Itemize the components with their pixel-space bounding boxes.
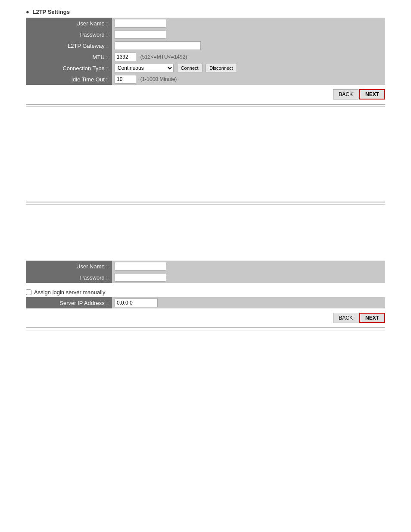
divider-3 (26, 202, 385, 202)
table-row: L2TP Gateway : (26, 40, 385, 51)
server-ip-label: Server IP Address : (26, 297, 112, 308)
section2-table: User Name : Password : (26, 261, 385, 283)
l2tp-password-input[interactable] (115, 30, 166, 39)
s2-password-value-cell (112, 272, 385, 283)
blank-area-2 (26, 209, 385, 261)
s2-next-button[interactable]: NEXT (359, 313, 385, 323)
idle-hint: (1-1000 Minute) (140, 76, 177, 82)
table-row: Password : (26, 272, 385, 283)
l2tp-table: User Name : Password : L2TP Gateway : MT… (26, 18, 385, 85)
l2tp-gateway-input[interactable] (115, 41, 201, 50)
assign-server-checkbox[interactable] (26, 289, 31, 295)
assign-row: Assign login server manually (26, 287, 385, 297)
divider-4 (26, 204, 385, 205)
l2tp-username-input[interactable] (115, 19, 166, 28)
assign-server-label: Assign login server manually (34, 289, 105, 296)
table-row: Password : (26, 29, 385, 40)
password-value-cell (112, 29, 385, 40)
table-row: User Name : (26, 261, 385, 272)
blank-area-1 (26, 111, 385, 197)
username-label: User Name : (26, 18, 112, 29)
table-row: Server IP Address : (26, 297, 385, 308)
table-row: Connection Type : Continuous Connect on … (26, 62, 385, 74)
connection-type-label: Connection Type : (26, 62, 112, 74)
connect-button[interactable]: Connect (177, 64, 202, 72)
disconnect-button[interactable]: Disconnect (206, 64, 237, 72)
s2-back-button[interactable]: BACK (333, 313, 358, 323)
idle-timeout-label: Idle Time Out : (26, 74, 112, 85)
password-label: Password : (26, 29, 112, 40)
gateway-label: L2TP Gateway : (26, 40, 112, 51)
s2-password-input[interactable] (115, 273, 166, 282)
connection-type-value-cell: Continuous Connect on Demand Manual Conn… (112, 62, 385, 74)
l2tp-section: ● L2TP Settings User Name : Password : L… (26, 9, 385, 100)
l2tp-back-button[interactable]: BACK (333, 89, 358, 100)
idle-timeout-value-cell: (1-1000 Minute) (112, 74, 385, 85)
divider-2 (26, 106, 385, 107)
gateway-value-cell (112, 40, 385, 51)
table-row: Idle Time Out : (1-1000 Minute) (26, 74, 385, 85)
section2: User Name : Password : Assign login serv… (26, 261, 385, 323)
l2tp-idle-input[interactable] (115, 75, 136, 84)
page-wrapper: ● L2TP Settings User Name : Password : L… (0, 0, 411, 343)
s2-password-label: Password : (26, 272, 112, 283)
table-row: MTU : (512<=MTU<=1492) (26, 51, 385, 62)
divider-1 (26, 104, 385, 105)
divider-6 (26, 330, 385, 330)
l2tp-mtu-input[interactable] (115, 53, 136, 61)
s2-username-input[interactable] (115, 262, 166, 271)
l2tp-section-label: ● L2TP Settings (26, 9, 385, 15)
s2-username-label: User Name : (26, 261, 112, 272)
table-row: User Name : (26, 18, 385, 29)
mtu-label: MTU : (26, 51, 112, 62)
s2-username-value-cell (112, 261, 385, 272)
server-ip-value-cell (112, 297, 385, 308)
server-ip-input[interactable] (115, 299, 158, 307)
section2-button-row: BACK NEXT (26, 313, 385, 323)
l2tp-next-button[interactable]: NEXT (359, 89, 385, 100)
l2tp-button-row: BACK NEXT (26, 89, 385, 100)
server-ip-table: Server IP Address : (26, 297, 385, 308)
divider-5 (26, 327, 385, 328)
connection-type-select[interactable]: Continuous Connect on Demand Manual (115, 64, 174, 72)
mtu-value-cell: (512<=MTU<=1492) (112, 51, 385, 62)
mtu-hint: (512<=MTU<=1492) (140, 54, 187, 60)
bullet-icon: ● (26, 9, 29, 15)
username-value-cell (112, 18, 385, 29)
